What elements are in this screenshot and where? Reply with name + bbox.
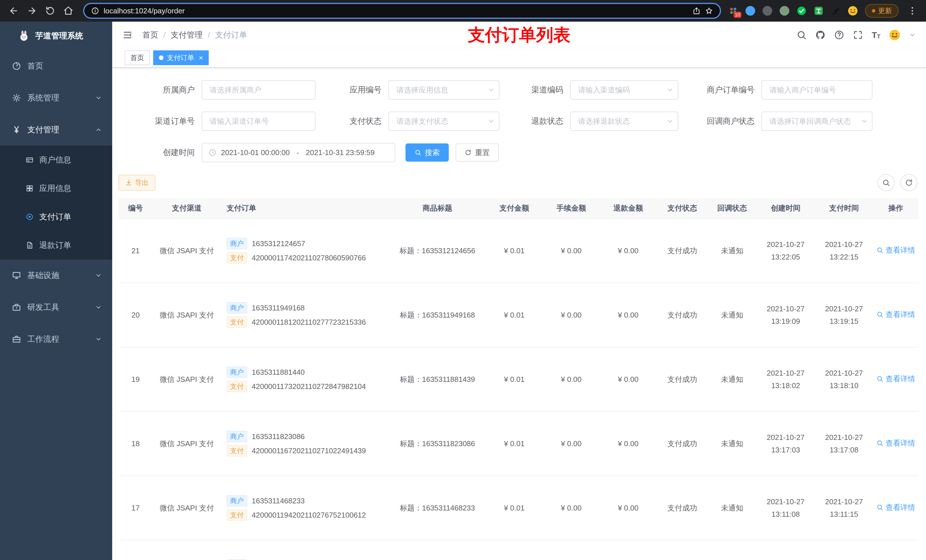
- address-bar[interactable]: localhost:1024/pay/order: [83, 3, 721, 19]
- extensions-pin-icon[interactable]: [830, 5, 841, 16]
- tab-pay-order[interactable]: 支付订单 ×: [153, 50, 209, 65]
- sidebar-item-merchant-info[interactable]: 商户信息: [0, 146, 112, 174]
- view-detail-link[interactable]: 查看详情: [876, 501, 915, 514]
- sidebar-item-refund-order[interactable]: 退款订单: [0, 231, 112, 260]
- view-detail-link[interactable]: 查看详情: [876, 437, 915, 449]
- cell-amount: ¥ 0.01: [486, 412, 543, 476]
- cell-pay-time: 2021-10-2713:17:08: [815, 412, 873, 476]
- breadcrumb-payment[interactable]: 支付管理: [171, 30, 203, 41]
- cell-status: 支付成功: [657, 283, 708, 347]
- github-icon[interactable]: [815, 30, 826, 40]
- cell-id: 17: [118, 476, 153, 540]
- callback-status-select[interactable]: [761, 112, 873, 131]
- user-avatar[interactable]: [889, 29, 900, 41]
- share-icon[interactable]: [693, 7, 701, 15]
- site-info-icon[interactable]: [91, 7, 99, 15]
- cell-action: [873, 540, 918, 560]
- pay-tag: 支付: [227, 316, 247, 328]
- sidebar-item-home[interactable]: 首页: [0, 50, 112, 82]
- browser-home-button[interactable]: [61, 3, 76, 19]
- refund-status-select[interactable]: [570, 112, 678, 131]
- app-logo[interactable]: 芋道管理系统: [0, 22, 112, 50]
- breadcrumb: 首页 / 支付管理 / 支付订单: [142, 30, 247, 41]
- bookmark-star-icon[interactable]: [705, 7, 713, 15]
- sidebar-item-workflow[interactable]: 工作流程: [0, 323, 112, 355]
- cell-pay-time: [815, 540, 873, 560]
- browser-forward-button[interactable]: [24, 3, 40, 19]
- sidebar: 芋道管理系统 首页 系统管理 支付管理 商户信息 应用信息: [0, 22, 112, 560]
- cell-title: 标题：1635311881439: [389, 347, 486, 412]
- cell-create-time: 2021-10-2713:11:08: [756, 476, 815, 540]
- browser-update-button[interactable]: 更新: [865, 4, 899, 18]
- browser-reload-button[interactable]: [42, 3, 58, 19]
- create-time-range-picker[interactable]: 2021-10-01 00:00:00 - 2021-10-31 23:59:5…: [201, 143, 395, 162]
- extension-gray-icon[interactable]: [762, 5, 773, 16]
- view-detail-link[interactable]: 查看详情: [876, 373, 915, 385]
- cell-pay-order: 商户1635311151796 支付: [221, 540, 389, 560]
- font-size-icon[interactable]: TT: [872, 31, 881, 39]
- cell-status: 支付成功: [657, 219, 708, 283]
- chevron-down-icon: [95, 95, 102, 101]
- cell-title: 标题：1635311823086: [389, 412, 486, 476]
- sidebar-item-system[interactable]: 系统管理: [0, 82, 112, 114]
- sidebar-item-payment[interactable]: 支付管理: [0, 114, 112, 146]
- view-detail-link[interactable]: 查看详情: [876, 244, 915, 257]
- export-button[interactable]: 导出: [118, 175, 156, 191]
- browser-back-button[interactable]: [6, 3, 22, 19]
- extension-sage-icon[interactable]: [779, 5, 790, 16]
- cell-channel: 微信 JSAPI 支付: [153, 347, 221, 412]
- breadcrumb-home[interactable]: 首页: [142, 30, 158, 41]
- channel-code-label: 渠道编码: [499, 85, 570, 95]
- cell-create-time: 2021-10-2713:17:03: [756, 412, 815, 476]
- merchant-label: 所属商户: [139, 85, 201, 95]
- pay-status-select[interactable]: [388, 112, 499, 131]
- help-icon[interactable]: [834, 30, 844, 40]
- merchant-tag: 商户: [227, 302, 247, 314]
- sidebar-collapse-button[interactable]: [123, 30, 133, 40]
- search-icon[interactable]: [796, 30, 807, 40]
- avatar-caret-icon[interactable]: [909, 32, 916, 38]
- cell-pay-time: 2021-10-2713:19:15: [815, 283, 873, 347]
- extension-drop-icon[interactable]: [745, 5, 756, 16]
- extension-dict-icon[interactable]: [813, 5, 824, 16]
- merchant-input[interactable]: [201, 80, 316, 100]
- extension-grid-icon[interactable]: 10: [728, 5, 738, 16]
- table-header: 编号 支付渠道 支付订单 商品标题 支付金额 手续金额 退款金额 支付状态 回调…: [118, 198, 918, 219]
- sidebar-item-app-info[interactable]: 应用信息: [0, 174, 112, 202]
- merchant-tag: 商户: [227, 431, 247, 442]
- reset-button[interactable]: 重置: [455, 143, 499, 162]
- cell-status: 支付成功: [657, 412, 708, 476]
- cell-notify: 未通知: [708, 476, 756, 540]
- tab-home[interactable]: 首页: [125, 50, 150, 65]
- fullscreen-icon[interactable]: [853, 30, 863, 40]
- cell-fee: ¥ 0.00: [543, 283, 600, 347]
- channel-code-select[interactable]: [570, 80, 678, 100]
- page-content: 所属商户 应用编号 渠道编码 商户订单编号: [112, 68, 926, 560]
- sidebar-item-dev-tools[interactable]: 研发工具: [0, 291, 112, 323]
- browser-menu-icon[interactable]: [904, 3, 920, 19]
- sidebar-item-pay-order[interactable]: 支付订单: [0, 202, 112, 231]
- rabbit-logo-icon: [18, 30, 30, 42]
- channel-order-no-input[interactable]: [201, 112, 316, 131]
- sidebar-item-infrastructure[interactable]: 基础设施: [0, 260, 112, 291]
- merchant-order-no-input[interactable]: [761, 80, 873, 100]
- cell-create-time: [756, 540, 815, 560]
- cell-amount: [486, 540, 543, 560]
- pay-tag: 支付: [227, 252, 247, 264]
- toggle-search-button[interactable]: [878, 174, 895, 191]
- view-detail-link[interactable]: 查看详情: [876, 308, 915, 321]
- app-select[interactable]: [388, 80, 499, 100]
- extension-check-icon[interactable]: [796, 5, 807, 16]
- browser-profile-avatar[interactable]: [847, 5, 858, 16]
- search-button[interactable]: 搜索: [406, 143, 449, 162]
- merchant-tag: 商户: [227, 495, 247, 507]
- tab-close-icon[interactable]: ×: [199, 54, 203, 62]
- cell-refund: ¥ 0.00: [600, 476, 657, 540]
- refresh-table-button[interactable]: [900, 174, 917, 191]
- table-row: 20 微信 JSAPI 支付 商户1635311949168 支付4200001…: [118, 283, 918, 347]
- channel-order-no-label: 渠道订单号: [139, 116, 201, 127]
- dashboard-icon: [12, 62, 21, 71]
- cell-notify: 未通知: [708, 347, 756, 412]
- table-body: 21 微信 JSAPI 支付 商户1635312124657 支付4200001…: [118, 219, 918, 560]
- cell-id: 21: [118, 219, 153, 283]
